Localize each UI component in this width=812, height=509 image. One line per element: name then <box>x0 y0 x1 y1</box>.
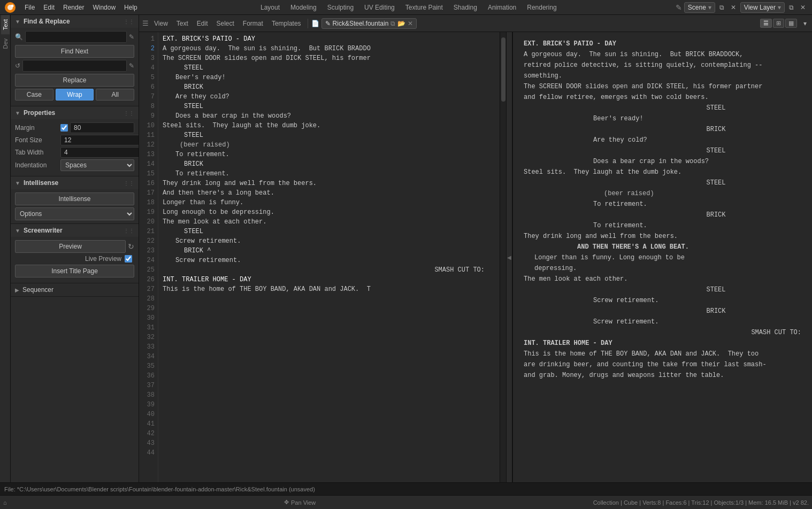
text-editor-area: ☰ View Text Edit Select Format Templates… <box>139 15 812 482</box>
indentation-row: Indentation Spaces Tabs <box>15 159 134 171</box>
search-icon: 🔍 <box>15 33 23 41</box>
tile-view-btn[interactable]: ▦ <box>785 19 797 28</box>
intellisense-dots: ⋮⋮ <box>124 180 134 186</box>
close-scene-btn[interactable]: ✕ <box>729 3 738 12</box>
side-tab-text[interactable]: Text <box>1 15 10 34</box>
new-layer-btn[interactable]: ⧉ <box>787 3 796 12</box>
find-next-button[interactable]: Find Next <box>15 45 134 58</box>
menu-file[interactable]: File <box>20 3 39 12</box>
new-scene-btn[interactable]: ⧉ <box>717 3 726 12</box>
indentation-label: Indentation <box>15 161 60 169</box>
editor-scrollbar[interactable] <box>500 32 506 482</box>
all-button[interactable]: All <box>96 89 134 101</box>
properties-title: Properties <box>24 109 124 117</box>
file-open-icon[interactable]: 📂 <box>397 20 405 27</box>
view-layer-name: View Layer <box>744 4 776 11</box>
find-options-row: Case Wrap All <box>15 89 134 101</box>
font-size-label: Font Size <box>15 136 60 144</box>
menu-render[interactable]: Render <box>59 3 88 12</box>
replace-icon: ↺ <box>15 62 20 70</box>
font-size-value[interactable] <box>60 135 139 145</box>
side-tab-dev[interactable]: Dev <box>1 34 10 53</box>
bottom-left-icon[interactable]: ⌂ <box>3 499 7 506</box>
replace-clear-icon[interactable]: ✎ <box>129 62 134 70</box>
screenwriter-title: Screenwriter <box>24 227 124 234</box>
view-layer-selector[interactable]: View Layer ▾ <box>740 2 785 13</box>
blender-logo-icon[interactable] <box>4 2 16 13</box>
pan-view-item[interactable]: ✥ Pan View <box>284 499 316 506</box>
intellisense-options-select[interactable]: Options <box>15 207 134 220</box>
insert-title-page-button[interactable]: Insert Title Page <box>15 265 134 277</box>
indentation-select[interactable]: Spaces Tabs <box>60 159 134 171</box>
find-input[interactable] <box>25 31 127 43</box>
workspace-sculpting[interactable]: Sculpting <box>322 2 359 13</box>
tab-width-row: Tab Width <box>15 147 134 158</box>
sequencer-arrow: ▶ <box>15 287 19 293</box>
live-preview-checkbox[interactable] <box>125 255 132 263</box>
text-menu-btn[interactable]: Text <box>173 19 191 28</box>
screenwriter-arrow: ▼ <box>15 228 20 234</box>
replace-button[interactable]: Replace <box>15 74 134 87</box>
case-button[interactable]: Case <box>15 89 53 101</box>
find-replace-content: 🔍 ✎ Find Next ↺ ✎ Replace Case Wrap All <box>11 28 139 106</box>
properties-header[interactable]: ▼ Properties ⋮⋮ <box>11 106 139 119</box>
menu-window[interactable]: Window <box>88 3 120 12</box>
menu-edit[interactable]: Edit <box>39 3 59 12</box>
menu-help[interactable]: Help <box>120 3 142 12</box>
left-panel: ▼ Find & Replace ⋮⋮ 🔍 ✎ Find Next ↺ ✎ Re… <box>11 15 139 482</box>
find-replace-header[interactable]: ▼ Find & Replace ⋮⋮ <box>11 15 139 28</box>
workspace-shading[interactable]: Shading <box>448 2 482 13</box>
editor-divider <box>308 19 308 28</box>
list-view-btn[interactable]: ☰ <box>760 19 772 28</box>
intellisense-arrow: ▼ <box>15 180 20 186</box>
workspace-texture-paint[interactable]: Texture Paint <box>400 2 448 13</box>
intellisense-button[interactable]: Intellisense <box>15 192 134 205</box>
templates-menu-btn[interactable]: Templates <box>269 19 304 28</box>
line-numbers: 1234567891011121314151617181920212223242… <box>139 32 158 482</box>
refresh-button[interactable]: ↻ <box>128 242 134 251</box>
collapse-icon: ◀ <box>507 254 511 260</box>
find-input-row: 🔍 ✎ <box>15 31 134 43</box>
sequencer-header[interactable]: ▶ Sequencer <box>11 283 139 296</box>
stats-text: Collection | Cube | Verts:8 | Faces:6 | … <box>593 499 809 506</box>
edit-menu-btn[interactable]: Edit <box>194 19 211 28</box>
replace-input-row: ↺ ✎ <box>15 60 134 72</box>
home-icon: ⌂ <box>3 499 7 506</box>
code-area[interactable]: EXT. BRICK'S PATIO - DAYA gorgeous day. … <box>158 32 500 482</box>
intellisense-content: Intellisense Options <box>11 189 139 223</box>
collapse-panel-btn[interactable]: ▾ <box>801 19 809 28</box>
workspace-uv-editing[interactable]: UV Editing <box>359 2 400 13</box>
scrollbar-thumb[interactable] <box>501 37 505 102</box>
find-clear-icon[interactable]: ✎ <box>129 33 134 41</box>
replace-input[interactable] <box>22 60 127 72</box>
margin-label: Margin <box>15 124 60 132</box>
screenwriter-section: ▼ Screenwriter ⋮⋮ Preview ↻ Live Preview… <box>11 224 139 283</box>
grid-view-btn[interactable]: ⊞ <box>773 19 784 28</box>
workspace-layout[interactable]: Layout <box>255 2 285 13</box>
view-menu-btn[interactable]: View <box>151 19 171 28</box>
screenwriter-header[interactable]: ▼ Screenwriter ⋮⋮ <box>11 224 139 237</box>
file-tab[interactable]: ✎ Rick&Steel.fountain ⧉ 📂 ✕ <box>321 18 417 29</box>
editor-type-icon[interactable]: ✎ <box>676 3 682 12</box>
collapse-arrow[interactable]: ◀ <box>506 32 512 482</box>
intellisense-header[interactable]: ▼ Intellisense ⋮⋮ <box>11 176 139 189</box>
workspace-rendering[interactable]: Rendering <box>522 2 562 13</box>
tab-width-value[interactable] <box>60 147 139 158</box>
workspace-modeling[interactable]: Modeling <box>285 2 322 13</box>
preview-button[interactable]: Preview <box>15 240 126 253</box>
properties-arrow: ▼ <box>15 110 20 116</box>
view-layer-icon: ▾ <box>778 4 781 11</box>
close-layer-btn[interactable]: ✕ <box>798 3 808 12</box>
margin-value[interactable] <box>70 122 134 133</box>
scene-icon: ▾ <box>708 4 711 11</box>
file-close-icon[interactable]: ✕ <box>408 20 413 27</box>
scene-selector[interactable]: Scene ▾ <box>684 2 715 13</box>
workspace-animation[interactable]: Animation <box>482 2 522 13</box>
file-copy-icon[interactable]: ⧉ <box>390 20 395 27</box>
margin-checkbox[interactable] <box>60 124 68 132</box>
live-preview-label: Live Preview <box>17 255 121 263</box>
format-menu-btn[interactable]: Format <box>240 19 266 28</box>
move-icon: ✥ <box>284 499 289 506</box>
wrap-button[interactable]: Wrap <box>56 89 94 101</box>
select-menu-btn[interactable]: Select <box>213 19 238 28</box>
